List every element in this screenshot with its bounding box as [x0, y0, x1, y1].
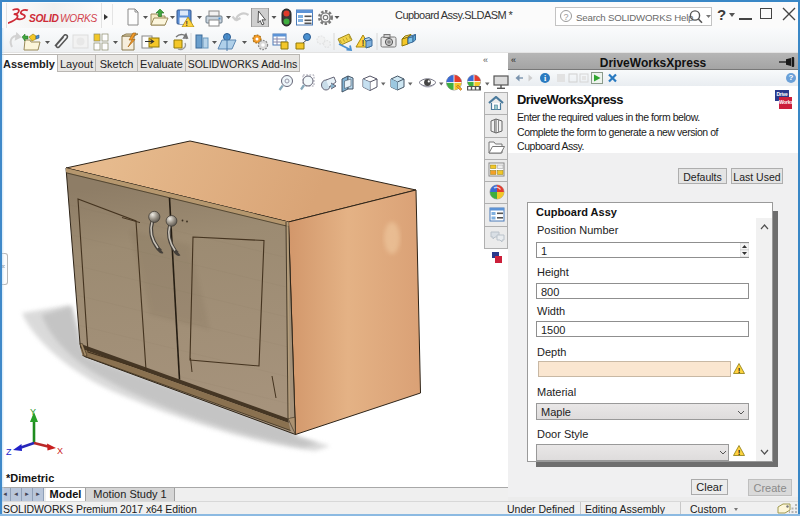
svg-text:!: !: [186, 20, 188, 27]
svg-text:!: !: [738, 448, 741, 457]
svg-text:!: !: [738, 366, 741, 375]
svg-text:WORKS: WORKS: [60, 13, 97, 24]
svg-text:Z: Z: [6, 447, 12, 457]
svg-text:Y: Y: [30, 407, 36, 417]
svg-text:X: X: [57, 446, 63, 456]
svg-text:SOLID: SOLID: [29, 13, 60, 24]
